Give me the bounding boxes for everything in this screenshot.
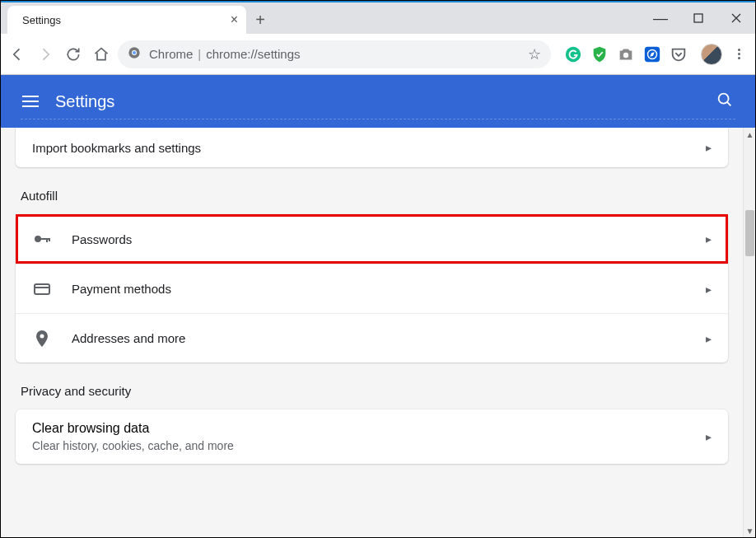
back-button[interactable] (9, 46, 26, 63)
omnibox-url: chrome://settings (206, 47, 300, 61)
svg-point-3 (133, 51, 136, 54)
scroll-up-arrow[interactable]: ▲ (744, 128, 756, 141)
chevron-right-icon: ▸ (706, 283, 712, 296)
omnibox-separator: | (198, 47, 201, 61)
location-pin-icon (32, 329, 52, 349)
credit-card-icon (32, 279, 52, 299)
settings-content: Import bookmarks and settings ▸ Autofill… (1, 128, 743, 537)
omnibox-prefix: Chrome (149, 47, 193, 61)
address-text: Chrome | chrome://settings (149, 47, 300, 61)
payment-methods-row[interactable]: Payment methods ▸ (16, 264, 728, 313)
import-card: Import bookmarks and settings ▸ (16, 128, 728, 167)
site-info-icon[interactable] (128, 46, 141, 63)
clear-browsing-texts: Clear browsing data Clear history, cooki… (32, 421, 234, 452)
svg-point-9 (35, 236, 41, 242)
forward-button (37, 46, 54, 63)
scroll-down-arrow[interactable]: ▼ (744, 524, 756, 537)
addresses-row[interactable]: Addresses and more ▸ (16, 313, 728, 363)
privacy-card: Clear browsing data Clear history, cooki… (16, 409, 728, 464)
browser-toolbar: Chrome | chrome://settings ☆ (1, 34, 755, 75)
svg-rect-0 (694, 14, 702, 22)
clear-browsing-data-row[interactable]: Clear browsing data Clear history, cooki… (16, 409, 728, 464)
addresses-label: Addresses and more (72, 331, 185, 345)
window-controls: — (642, 2, 755, 34)
window-maximize-button[interactable] (679, 2, 717, 34)
home-button[interactable] (93, 46, 110, 63)
tab-close-icon[interactable]: × (231, 12, 238, 27)
shield-icon[interactable] (590, 45, 609, 63)
privacy-section-title: Privacy and security (21, 384, 728, 398)
vertical-scrollbar[interactable]: ▲ ▼ (743, 128, 755, 537)
chevron-right-icon: ▸ (706, 232, 712, 246)
passwords-label: Passwords (72, 232, 132, 246)
payment-methods-label: Payment methods (72, 282, 171, 296)
search-icon[interactable] (716, 91, 734, 112)
passwords-row[interactable]: Passwords ▸ (16, 214, 728, 264)
menu-icon[interactable] (22, 96, 39, 107)
clear-browsing-title: Clear browsing data (32, 421, 234, 436)
new-tab-button[interactable]: + (246, 6, 274, 34)
content-viewport: Import bookmarks and settings ▸ Autofill… (1, 128, 755, 537)
pocket-icon[interactable] (670, 45, 688, 63)
svg-rect-13 (35, 284, 49, 294)
chrome-menu-button[interactable] (730, 46, 747, 63)
settings-title: Settings (55, 92, 114, 111)
svg-point-8 (719, 94, 729, 104)
svg-rect-12 (49, 238, 50, 241)
chevron-right-icon: ▸ (706, 430, 712, 443)
autofill-section-title: Autofill (21, 189, 728, 203)
bookmark-star-icon[interactable]: ☆ (528, 45, 541, 63)
browser-tab-settings[interactable]: Settings × (7, 6, 246, 34)
import-bookmarks-label: Import bookmarks and settings (32, 141, 201, 155)
svg-point-4 (566, 46, 581, 61)
svg-point-5 (623, 52, 628, 57)
titlebar: Settings × + — (1, 1, 755, 34)
reload-button[interactable] (65, 46, 82, 63)
profile-avatar[interactable] (701, 44, 722, 65)
chevron-right-icon: ▸ (706, 141, 712, 154)
settings-header: Settings (1, 75, 755, 128)
address-bar[interactable]: Chrome | chrome://settings ☆ (118, 40, 551, 68)
window-close-button[interactable] (717, 2, 755, 34)
grammarly-icon[interactable] (564, 45, 582, 63)
tab-strip: Settings × + (1, 2, 274, 34)
tab-title: Settings (22, 14, 61, 26)
nav-buttons (9, 46, 110, 63)
camera-icon[interactable] (617, 45, 635, 63)
svg-rect-11 (46, 238, 48, 242)
extension-icons (559, 45, 693, 63)
import-bookmarks-row[interactable]: Import bookmarks and settings ▸ (16, 128, 728, 167)
compass-icon[interactable] (643, 45, 661, 63)
key-icon (32, 229, 52, 249)
window-minimize-button[interactable]: — (642, 2, 679, 34)
svg-rect-10 (40, 238, 49, 240)
clear-browsing-sub: Clear history, cookies, cache, and more (32, 439, 234, 452)
chevron-right-icon: ▸ (706, 332, 712, 345)
autofill-card: Passwords ▸ Payment methods ▸ Addresses … (16, 214, 728, 363)
scroll-thumb[interactable] (745, 210, 754, 256)
